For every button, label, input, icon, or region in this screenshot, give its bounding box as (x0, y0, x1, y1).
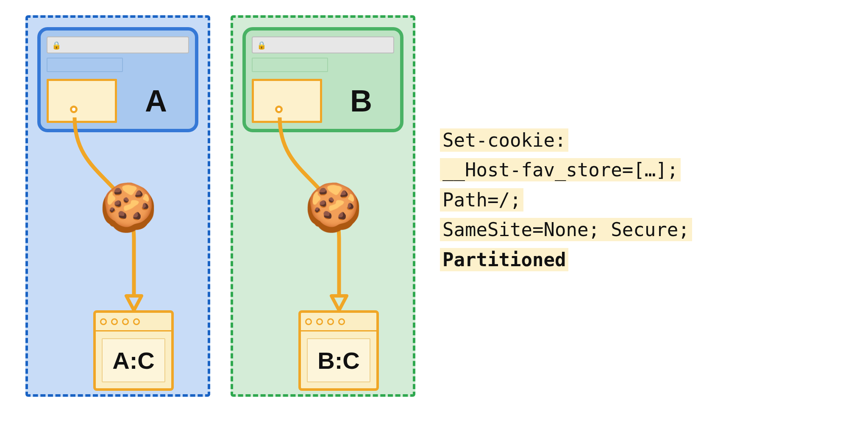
code-line-3: Path=/; (440, 188, 523, 212)
storage-titlebar (96, 313, 171, 331)
partition-a: 🔒 A 🍪 A:C (25, 15, 210, 397)
storage-label-b: B:C (307, 338, 370, 382)
window-dot-icon (122, 318, 129, 325)
partitioned-storage-a: A:C (93, 310, 174, 391)
window-dot-icon (111, 318, 118, 325)
partitioned-storage-b: B:C (298, 310, 379, 391)
window-dot-icon (133, 318, 140, 325)
code-line-1: Set-cookie: (440, 128, 568, 152)
window-dot-icon (316, 318, 323, 325)
cookie-icon: 🍪 (99, 184, 157, 231)
storage-label-a: A:C (102, 338, 165, 382)
cookie-icon: 🍪 (304, 184, 362, 231)
window-dot-icon (100, 318, 107, 325)
code-line-4: SameSite=None; Secure; (440, 218, 692, 241)
storage-titlebar (301, 313, 376, 331)
code-line-2: __Host-fav_store=[…]; (440, 158, 681, 181)
code-line-5-partitioned: Partitioned (440, 248, 568, 271)
set-cookie-header-code: Set-cookie: __Host-fav_store=[…]; Path=/… (440, 125, 692, 275)
svg-marker-1 (331, 296, 347, 310)
window-dot-icon (327, 318, 334, 325)
window-dot-icon (338, 318, 345, 325)
svg-marker-0 (126, 296, 142, 310)
partition-b: 🔒 B 🍪 B:C (231, 15, 415, 397)
window-dot-icon (305, 318, 312, 325)
